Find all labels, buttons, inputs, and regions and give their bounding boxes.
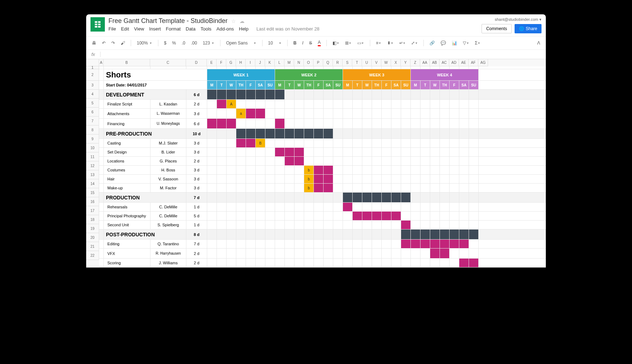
section-name[interactable]: PRODUCTION <box>104 193 186 202</box>
row-header[interactable]: 17 <box>86 206 99 215</box>
column-header[interactable]: AE <box>459 59 469 66</box>
cell[interactable] <box>314 100 324 108</box>
cell[interactable] <box>294 119 304 128</box>
cell[interactable] <box>440 66 450 69</box>
comment-icon[interactable]: 💬 <box>439 39 447 47</box>
cell[interactable] <box>304 203 314 211</box>
chart-icon[interactable]: 📊 <box>450 39 459 47</box>
row-header[interactable]: 14 <box>86 179 99 188</box>
cell[interactable] <box>372 157 382 165</box>
cell[interactable] <box>304 212 314 220</box>
redo-icon[interactable]: ↷ <box>110 39 116 47</box>
task-duration[interactable]: 7 d <box>186 240 207 248</box>
cell[interactable] <box>256 221 265 229</box>
cell[interactable] <box>314 259 324 267</box>
cell[interactable] <box>343 66 353 69</box>
cell[interactable] <box>430 203 440 211</box>
cell[interactable] <box>372 184 382 192</box>
cell[interactable] <box>217 90 227 99</box>
cell[interactable] <box>207 109 217 118</box>
cell[interactable] <box>450 249 459 258</box>
cell[interactable] <box>333 109 343 118</box>
cell[interactable] <box>430 184 440 192</box>
cell[interactable] <box>440 148 450 156</box>
collapse-toolbar-icon[interactable]: ᐱ <box>536 39 542 47</box>
cell[interactable] <box>362 221 372 229</box>
functions-icon[interactable]: Σ▼ <box>473 39 482 47</box>
section-name[interactable]: PRE-PRODUCTION <box>104 129 186 138</box>
filter-icon[interactable]: ▽▼ <box>461 39 470 47</box>
cell[interactable] <box>382 119 391 128</box>
cell[interactable] <box>343 90 353 99</box>
cell[interactable] <box>99 166 104 174</box>
cell[interactable] <box>217 230 227 239</box>
task-duration[interactable]: 5 d <box>186 212 207 220</box>
cell[interactable] <box>217 259 227 267</box>
cell[interactable] <box>391 221 401 229</box>
cell[interactable] <box>227 240 236 248</box>
cell[interactable] <box>227 259 236 267</box>
cell[interactable] <box>285 184 294 192</box>
cell[interactable] <box>294 129 304 138</box>
cell[interactable] <box>401 166 411 174</box>
cell[interactable] <box>275 249 285 258</box>
column-header[interactable]: B <box>103 59 150 66</box>
cell[interactable] <box>420 212 430 220</box>
task-duration[interactable]: 3 d <box>186 139 207 147</box>
column-header[interactable]: S <box>343 59 352 66</box>
task-duration[interactable]: 1 d <box>186 203 207 211</box>
column-header[interactable]: X <box>391 59 401 66</box>
cell[interactable] <box>420 148 430 156</box>
cell[interactable] <box>459 249 469 258</box>
cell[interactable] <box>275 90 285 99</box>
row-header[interactable]: 6 <box>86 108 99 117</box>
cell[interactable] <box>469 184 479 192</box>
row-header[interactable]: 11 <box>86 152 99 161</box>
cell[interactable] <box>99 81 104 89</box>
cell[interactable] <box>256 212 265 220</box>
cell[interactable] <box>362 193 372 202</box>
task-owner[interactable]: M. Factor <box>150 184 186 192</box>
cell[interactable] <box>391 139 401 147</box>
cell[interactable] <box>217 119 227 128</box>
cell[interactable] <box>353 230 362 239</box>
row-header[interactable]: 18 <box>86 215 99 224</box>
cell[interactable] <box>362 66 372 69</box>
task-owner[interactable]: H. Boss <box>150 166 186 174</box>
row-header[interactable]: 4 <box>86 90 99 99</box>
cell[interactable] <box>430 157 440 165</box>
cell[interactable] <box>227 129 236 138</box>
column-header[interactable]: AF <box>469 59 478 66</box>
cell[interactable] <box>314 240 324 248</box>
cell[interactable] <box>265 203 275 211</box>
cell[interactable] <box>343 193 353 202</box>
cell[interactable] <box>411 212 420 220</box>
v-align-icon[interactable]: ⬍▼ <box>386 39 395 47</box>
cell[interactable] <box>285 175 294 183</box>
cell[interactable] <box>227 249 236 258</box>
cell[interactable] <box>353 139 362 147</box>
task-name[interactable]: Principal Photography <box>104 212 150 220</box>
cell[interactable] <box>343 212 353 220</box>
cell[interactable] <box>207 148 217 156</box>
cell[interactable] <box>275 166 285 174</box>
menu-file[interactable]: File <box>108 26 116 32</box>
cell[interactable] <box>440 184 450 192</box>
cell[interactable] <box>285 203 294 211</box>
cell[interactable] <box>207 230 217 239</box>
project-title[interactable]: Shorts <box>104 69 207 80</box>
cell[interactable] <box>236 139 246 147</box>
cell[interactable] <box>469 166 479 174</box>
paint-format-icon[interactable]: 🖌 <box>119 39 126 47</box>
column-header[interactable]: F <box>217 59 226 66</box>
cell[interactable] <box>420 221 430 229</box>
cell[interactable] <box>324 259 333 267</box>
cell[interactable]: b <box>304 175 314 183</box>
cell[interactable] <box>227 184 236 192</box>
cell[interactable] <box>324 221 333 229</box>
cell[interactable] <box>207 100 217 108</box>
task-owner[interactable]: C. DeMille <box>150 203 186 211</box>
cell[interactable] <box>285 119 294 128</box>
cell[interactable] <box>382 129 391 138</box>
cell[interactable]: b <box>304 166 314 174</box>
